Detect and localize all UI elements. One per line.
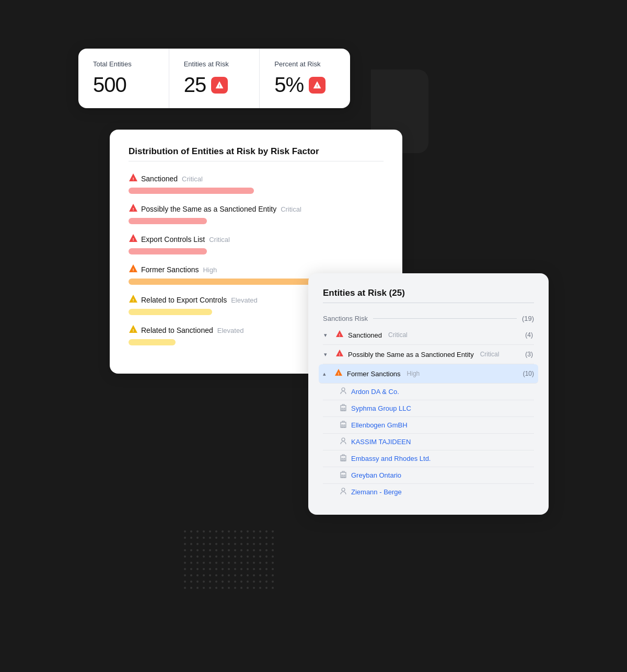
decorative-dots xyxy=(183,529,277,592)
entity-row-ellenbogen[interactable]: Ellenbogen GmBH xyxy=(323,417,534,434)
greyban-building-icon xyxy=(340,471,347,480)
former-sanctions-tree-level: High xyxy=(407,370,420,377)
entities-divider xyxy=(323,303,534,303)
export-controls-bar xyxy=(129,248,207,254)
sanctioned-tree-label: Sanctioned xyxy=(348,331,382,339)
possibly-same-bar xyxy=(129,218,207,224)
sanctions-risk-section: Sanctions Risk (19) xyxy=(323,311,534,326)
svg-point-20 xyxy=(342,438,345,441)
total-entities-label: Total Entities xyxy=(93,60,154,68)
sanctioned-bar xyxy=(129,188,254,194)
svg-text:!: ! xyxy=(219,84,220,88)
related-export-bar xyxy=(129,309,212,315)
sanctioned-name: Sanctioned xyxy=(141,175,178,183)
percent-at-risk-alert-icon: ! xyxy=(309,77,326,94)
related-sanctioned-level: Elevated xyxy=(217,327,244,334)
ellenbogen-entity-name[interactable]: Ellenbogen GmBH xyxy=(351,421,408,429)
entities-at-risk-label: Entities at Risk xyxy=(184,60,245,68)
sanctioned-level: Critical xyxy=(182,175,203,183)
sanctions-risk-count: (19) xyxy=(522,315,534,322)
entity-row-ziemann[interactable]: Ziemann - Berge xyxy=(323,484,534,500)
entity-row-greyban[interactable]: Greyban Ontario xyxy=(323,467,534,484)
former-sanctions-tree-label: Former Sanctions xyxy=(347,370,401,378)
embassy-building-icon xyxy=(340,454,347,463)
former-sanctions-tree-warning-icon: ! xyxy=(334,368,343,379)
svg-rect-26 xyxy=(344,475,345,478)
svg-rect-16 xyxy=(344,408,345,411)
former-sanctions-chevron-icon: ▴ xyxy=(323,370,330,377)
entity-row-syphma[interactable]: Syphma Group LLC xyxy=(323,400,534,417)
svg-rect-19 xyxy=(344,425,345,427)
entity-row-kassim[interactable]: KASSIM TAJIDEEN xyxy=(323,434,534,450)
svg-point-13 xyxy=(342,388,345,391)
total-entities-stat: Total Entities 500 xyxy=(78,49,169,108)
possibly-same-tree-row[interactable]: ▾ ! Possibly the Same as a Sanctioned En… xyxy=(323,345,534,364)
svg-text:!: ! xyxy=(133,298,134,303)
export-controls-warning-icon: ! xyxy=(129,234,138,245)
entities-at-risk-card: Entities at Risk (25) Sanctions Risk (19… xyxy=(308,273,549,515)
possibly-same-level: Critical xyxy=(281,205,301,213)
svg-text:!: ! xyxy=(133,237,134,242)
related-export-level: Elevated xyxy=(231,296,258,304)
related-sanctioned-warning-icon: ! xyxy=(129,325,138,336)
former-sanctions-level: High xyxy=(203,266,217,274)
ziemann-person-icon xyxy=(340,488,347,496)
ardon-person-icon xyxy=(340,387,347,396)
risk-item-export-controls: ! Export Controls List Critical xyxy=(129,234,384,254)
svg-point-27 xyxy=(342,488,345,491)
former-sanctions-warning-icon: ! xyxy=(129,264,138,275)
percent-at-risk-value: 5% xyxy=(274,73,304,97)
entities-at-risk-alert-icon: ! xyxy=(211,77,228,94)
possibly-same-tree-warning-icon: ! xyxy=(335,349,344,360)
sanctions-risk-label: Sanctions Risk xyxy=(323,315,368,322)
percent-at-risk-stat: Percent at Risk 5% ! xyxy=(260,49,350,108)
ziemann-entity-name[interactable]: Ziemann - Berge xyxy=(351,488,402,496)
possibly-same-warning-icon: ! xyxy=(129,203,138,215)
related-export-name: Related to Export Controls xyxy=(141,296,227,304)
svg-text:!: ! xyxy=(339,353,340,356)
possibly-same-tree-label: Possibly the Same as a Sanctioned Entity xyxy=(348,351,474,358)
former-sanctions-tree-row[interactable]: ▴ ! Former Sanctions High (10) xyxy=(319,364,538,384)
entities-at-risk-stat: Entities at Risk 25 ! xyxy=(169,49,260,108)
possibly-same-chevron-icon: ▾ xyxy=(324,351,331,358)
svg-rect-15 xyxy=(342,408,343,411)
sanctioned-tree-warning-icon: ! xyxy=(335,330,344,340)
svg-rect-23 xyxy=(344,458,345,461)
distribution-title: Distribution of Entities at Risk by Risk… xyxy=(129,146,384,157)
entity-row-ardon[interactable]: Ardon DA & Co. xyxy=(323,384,534,400)
svg-text:!: ! xyxy=(133,268,134,272)
related-sanctioned-name: Related to Sanctioned xyxy=(141,326,213,334)
possibly-same-tree-level: Critical xyxy=(480,351,500,358)
ardon-entity-name[interactable]: Ardon DA & Co. xyxy=(351,388,399,396)
former-sanctions-tree-count: (10) xyxy=(523,370,534,377)
stats-card: Total Entities 500 Entities at Risk 25 !… xyxy=(78,49,350,108)
svg-rect-25 xyxy=(342,475,343,478)
possibly-same-name: Possibly the Same as a Sanctioned Entity xyxy=(141,205,276,213)
svg-text:!: ! xyxy=(133,177,134,181)
distribution-divider xyxy=(129,161,384,161)
sanctioned-tree-level: Critical xyxy=(388,331,408,339)
greyban-entity-name[interactable]: Greyban Ontario xyxy=(351,471,401,479)
export-controls-level: Critical xyxy=(209,236,230,244)
svg-rect-22 xyxy=(342,458,343,461)
svg-text:!: ! xyxy=(317,84,318,88)
entity-row-embassy[interactable]: Embassy and Rhodes Ltd. xyxy=(323,450,534,467)
svg-rect-9 xyxy=(183,529,277,592)
embassy-entity-name[interactable]: Embassy and Rhodes Ltd. xyxy=(351,455,431,462)
related-export-warning-icon: ! xyxy=(129,294,138,306)
total-entities-value: 500 xyxy=(93,73,126,97)
syphma-entity-name[interactable]: Syphma Group LLC xyxy=(351,404,411,412)
sanctioned-tree-row[interactable]: ▾ ! Sanctioned Critical (4) xyxy=(323,326,534,345)
svg-text:!: ! xyxy=(338,372,339,376)
kassim-person-icon xyxy=(340,437,347,446)
svg-rect-18 xyxy=(342,425,343,427)
risk-item-possibly-same: ! Possibly the Same as a Sanctioned Enti… xyxy=(129,203,384,224)
svg-text:!: ! xyxy=(133,207,134,212)
kassim-entity-name[interactable]: KASSIM TAJIDEEN xyxy=(351,438,411,446)
sanctioned-chevron-icon: ▾ xyxy=(324,332,331,339)
entities-at-risk-value: 25 xyxy=(184,73,206,97)
svg-text:!: ! xyxy=(339,333,340,337)
sanctioned-tree-count: (4) xyxy=(525,331,533,339)
svg-text:!: ! xyxy=(133,328,134,333)
former-sanctions-name: Former Sanctions xyxy=(141,265,199,274)
